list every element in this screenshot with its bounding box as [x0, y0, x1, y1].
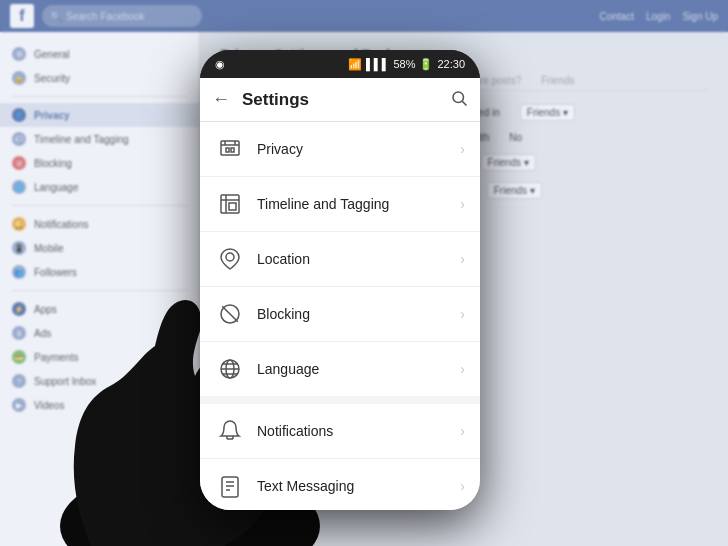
settings-header: ← Settings	[200, 78, 480, 122]
privacy-chevron: ›	[460, 141, 465, 157]
text-messaging-chevron: ›	[460, 478, 465, 494]
settings-item-language[interactable]: Language ›	[200, 342, 480, 396]
svg-rect-12	[229, 203, 236, 210]
settings-title: Settings	[242, 90, 438, 110]
language-chevron: ›	[460, 361, 465, 377]
svg-line-2	[462, 101, 466, 105]
settings-item-text-messaging[interactable]: Text Messaging ›	[200, 459, 480, 510]
settings-list: Privacy › Timeline	[200, 122, 480, 510]
wifi-icon: 📶	[348, 58, 362, 71]
location-label: Location	[257, 251, 448, 267]
text-messaging-item-icon	[215, 471, 245, 501]
battery-icon: 🔋	[419, 58, 433, 71]
settings-search-icon[interactable]	[450, 89, 468, 111]
privacy-item-icon	[215, 134, 245, 164]
timeline-chevron: ›	[460, 196, 465, 212]
status-right: 📶 ▌▌▌ 58% 🔋 22:30	[348, 58, 465, 71]
settings-item-location[interactable]: Location ›	[200, 232, 480, 287]
blocking-item-icon	[215, 299, 245, 329]
status-left: ◉	[215, 58, 225, 71]
notifications-chevron: ›	[460, 423, 465, 439]
svg-rect-8	[231, 148, 234, 152]
settings-section-1: Privacy › Timeline	[200, 122, 480, 396]
svg-rect-24	[222, 477, 238, 497]
language-label: Language	[257, 361, 448, 377]
settings-item-privacy[interactable]: Privacy ›	[200, 122, 480, 177]
settings-item-blocking[interactable]: Blocking ›	[200, 287, 480, 342]
battery-percent: 58%	[393, 58, 415, 70]
settings-item-notifications[interactable]: Notifications ›	[200, 404, 480, 459]
notifications-item-icon	[215, 416, 245, 446]
settings-section-2: Notifications › Tex	[200, 404, 480, 510]
language-item-icon	[215, 354, 245, 384]
svg-rect-3	[221, 141, 239, 155]
svg-line-15	[222, 306, 238, 322]
phone-screen: ← Settings	[200, 78, 480, 510]
back-button[interactable]: ←	[212, 89, 230, 110]
clock: 22:30	[437, 58, 465, 70]
notifications-label: Notifications	[257, 423, 448, 439]
location-chevron: ›	[460, 251, 465, 267]
blocking-label: Blocking	[257, 306, 448, 322]
svg-point-1	[453, 92, 464, 103]
signal-bars: ▌▌▌	[366, 58, 389, 70]
text-messaging-label: Text Messaging	[257, 478, 448, 494]
phone-container: ◉ 📶 ▌▌▌ 58% 🔋 22:30 ← Settings	[200, 50, 480, 510]
status-bar: ◉ 📶 ▌▌▌ 58% 🔋 22:30	[200, 50, 480, 78]
svg-rect-7	[226, 148, 229, 152]
blocking-chevron: ›	[460, 306, 465, 322]
settings-item-timeline[interactable]: Timeline and Tagging ›	[200, 177, 480, 232]
svg-point-13	[226, 253, 234, 261]
location-item-icon	[215, 244, 245, 274]
privacy-label: Privacy	[257, 141, 448, 157]
timeline-label: Timeline and Tagging	[257, 196, 448, 212]
timeline-item-icon	[215, 189, 245, 219]
status-app-name: ◉	[215, 58, 225, 71]
phone-body: ◉ 📶 ▌▌▌ 58% 🔋 22:30 ← Settings	[200, 50, 480, 510]
